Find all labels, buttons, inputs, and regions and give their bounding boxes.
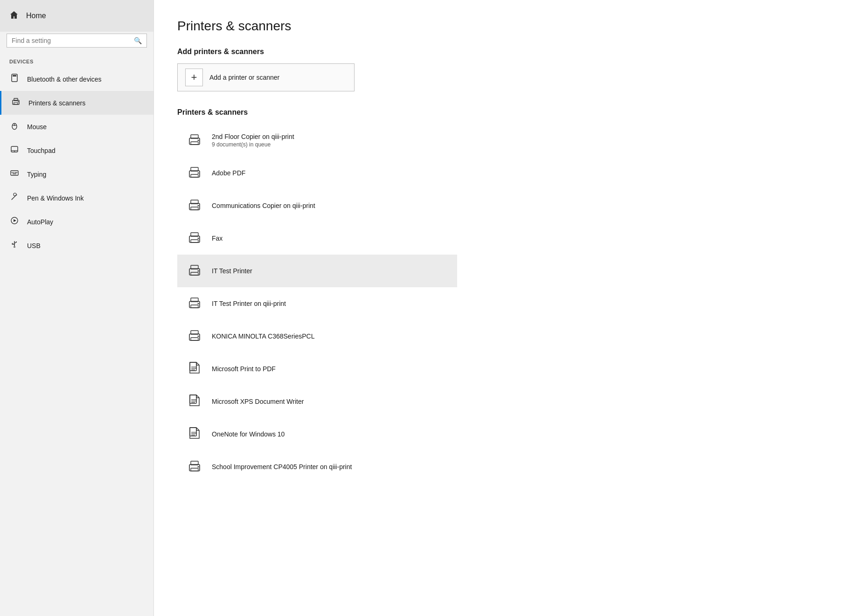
sidebar-item-mouse[interactable]: Mouse	[0, 115, 153, 138]
home-label: Home	[26, 12, 46, 20]
svg-rect-1	[13, 75, 16, 76]
svg-marker-26	[14, 219, 16, 222]
printer-icon-it-test	[185, 261, 204, 281]
sidebar-item-printers[interactable]: Printers & scanners	[0, 91, 153, 115]
plus-icon: +	[185, 69, 203, 86]
typing-icon	[9, 168, 20, 180]
svg-line-23	[12, 199, 12, 200]
printer-text-konica: KONICA MINOLTA C368SeriesPCL	[212, 332, 314, 340]
svg-rect-77	[191, 468, 198, 471]
printer-icon-sidebar	[11, 97, 21, 109]
svg-marker-71	[190, 428, 199, 438]
svg-rect-18	[15, 172, 16, 173]
printer-text-school: School Improvement CP4005 Printer on qii…	[212, 463, 352, 471]
sidebar-item-bluetooth-label: Bluetooth & other devices	[27, 76, 102, 83]
printer-text-ms-xps: Microsoft XPS Document Writer	[212, 398, 304, 405]
printer-item-adobe-pdf[interactable]: Adobe PDF	[177, 157, 457, 189]
printer-icon-school	[185, 457, 204, 477]
svg-rect-58	[191, 338, 198, 340]
printer-item-it-test[interactable]: IT Test Printer	[177, 255, 457, 287]
printers-list: 2nd Floor Copier on qiii-print 9 documen…	[177, 124, 457, 483]
autoplay-icon	[9, 216, 20, 228]
printer-icon-comms-copier	[185, 196, 204, 215]
search-input[interactable]	[12, 37, 130, 44]
printer-text-2nd-floor: 2nd Floor Copier on qiii-print 9 documen…	[212, 133, 294, 148]
sidebar-item-usb-label: USB	[27, 242, 41, 249]
svg-point-35	[198, 140, 199, 141]
sidebar-item-bluetooth[interactable]: Bluetooth & other devices	[0, 67, 153, 91]
printer-icon-adobe-pdf	[185, 163, 204, 183]
pen-icon	[9, 192, 20, 204]
printer-name-fax: Fax	[212, 235, 223, 242]
svg-point-24	[14, 193, 16, 196]
printer-status-2nd-floor: 9 document(s) in queue	[212, 141, 294, 148]
printer-name-ms-pdf: Microsoft Print to PDF	[212, 365, 276, 373]
printer-text-it-test-qiii: IT Test Printer on qiii-print	[212, 300, 286, 307]
sidebar-item-typing[interactable]: Typing	[0, 162, 153, 186]
sidebar-item-autoplay[interactable]: AutoPlay	[0, 210, 153, 234]
printer-name-school: School Improvement CP4005 Printer on qii…	[212, 463, 352, 471]
printer-name-onenote: OneNote for Windows 10	[212, 430, 285, 438]
printer-item-school[interactable]: School Improvement CP4005 Printer on qii…	[177, 450, 457, 483]
sidebar-item-touchpad[interactable]: Touchpad	[0, 138, 153, 162]
svg-point-51	[198, 270, 199, 272]
printer-item-ms-pdf[interactable]: Microsoft Print to PDF	[177, 353, 457, 385]
svg-point-59	[198, 336, 199, 337]
svg-rect-70	[190, 428, 196, 436]
add-printer-label: Add a printer or scanner	[209, 74, 279, 81]
svg-point-39	[198, 173, 199, 174]
printer-name-ms-xps: Microsoft XPS Document Writer	[212, 398, 304, 405]
printer-text-comms-copier: Communications Copier on qiii-print	[212, 202, 315, 209]
sidebar-section-devices: Devices	[0, 54, 153, 67]
svg-rect-46	[191, 240, 198, 242]
printer-name-it-test-qiii: IT Test Printer on qiii-print	[212, 300, 286, 307]
svg-rect-19	[16, 172, 17, 173]
printer-name-adobe-pdf: Adobe PDF	[212, 169, 245, 177]
printer-text-ms-pdf: Microsoft Print to PDF	[212, 365, 276, 373]
svg-point-78	[198, 466, 199, 468]
svg-rect-3	[13, 78, 16, 79]
svg-rect-38	[191, 174, 198, 177]
printer-icon-it-test-qiii	[185, 294, 204, 313]
sidebar-item-typing-label: Typing	[27, 171, 46, 178]
printer-item-konica[interactable]: KONICA MINOLTA C368SeriesPCL	[177, 320, 457, 353]
printer-name-it-test: IT Test Printer	[212, 267, 252, 275]
printer-item-it-test-qiii[interactable]: IT Test Printer on qiii-print	[177, 287, 457, 320]
printer-name-konica: KONICA MINOLTA C368SeriesPCL	[212, 332, 314, 340]
bluetooth-icon	[9, 73, 20, 85]
svg-point-47	[198, 238, 199, 239]
add-printer-button[interactable]: + Add a printer or scanner	[177, 63, 355, 91]
printer-name-2nd-floor: 2nd Floor Copier on qiii-print	[212, 133, 294, 140]
sidebar-item-touchpad-label: Touchpad	[27, 147, 56, 154]
sidebar-item-usb[interactable]: USB	[0, 234, 153, 257]
svg-rect-50	[191, 272, 198, 275]
svg-rect-16	[12, 172, 13, 173]
printer-item-fax[interactable]: Fax	[177, 222, 457, 255]
printer-item-onenote[interactable]: OneNote for Windows 10	[177, 418, 457, 450]
usb-icon	[9, 240, 20, 251]
printer-item-2nd-floor[interactable]: 2nd Floor Copier on qiii-print 9 documen…	[177, 124, 457, 157]
printer-text-adobe-pdf: Adobe PDF	[212, 169, 245, 177]
sidebar-item-pen[interactable]: Pen & Windows Ink	[0, 186, 153, 210]
svg-point-43	[198, 205, 199, 207]
svg-rect-42	[191, 207, 198, 210]
printer-item-ms-xps[interactable]: Microsoft XPS Document Writer	[177, 385, 457, 418]
add-section-title: Add printers & scanners	[177, 48, 826, 56]
svg-point-55	[198, 303, 199, 305]
svg-rect-29	[16, 242, 17, 242]
sidebar: Home 🔍 Devices Bluetooth & other devices	[0, 0, 154, 616]
search-icon: 🔍	[134, 37, 142, 44]
printer-icon-konica	[185, 326, 204, 346]
printer-icon-ms-xps	[185, 392, 204, 411]
sidebar-home-button[interactable]: Home	[0, 0, 153, 32]
search-box[interactable]: 🔍	[7, 34, 147, 48]
svg-rect-34	[191, 142, 198, 145]
printers-section-title: Printers & scanners	[177, 108, 826, 117]
printer-text-fax: Fax	[212, 235, 223, 242]
printer-item-comms-copier[interactable]: Communications Copier on qiii-print	[177, 189, 457, 222]
svg-rect-60	[190, 362, 196, 371]
svg-rect-54	[191, 305, 198, 308]
svg-marker-66	[190, 395, 199, 406]
svg-rect-4	[13, 79, 16, 80]
printer-name-comms-copier: Communications Copier on qiii-print	[212, 202, 315, 209]
